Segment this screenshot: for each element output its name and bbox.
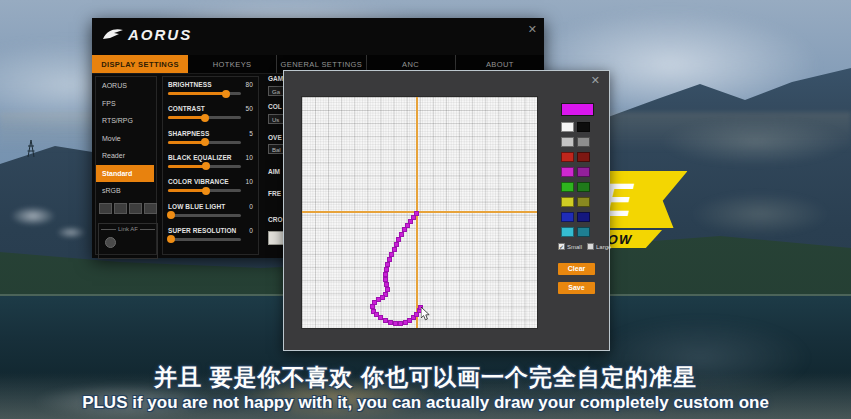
- slider-value: 10: [246, 178, 253, 185]
- subtitle-chinese: 并且 要是你不喜欢 你也可以画一个完全自定的准星: [0, 362, 851, 393]
- sidebar-item-movie[interactable]: Movie: [96, 130, 156, 148]
- mountain-scree: [690, 192, 830, 236]
- slider-track[interactable]: [168, 116, 241, 119]
- color-palette: [561, 122, 590, 237]
- slider-thumb[interactable]: [222, 90, 230, 98]
- tool-icon-1[interactable]: [99, 203, 112, 214]
- sidebar-item-standard[interactable]: Standard: [96, 165, 154, 183]
- slider-track[interactable]: [168, 238, 241, 241]
- slider-label: COLOR VIBRANCE: [168, 178, 229, 185]
- slider-label: BLACK EQUALIZER: [168, 154, 232, 161]
- slider-black-equalizer: BLACK EQUALIZER10: [168, 154, 253, 168]
- link-af-toggle[interactable]: [105, 237, 116, 248]
- aorus-logo: AORUS: [102, 26, 192, 43]
- sidebar-item-rts-rpg[interactable]: RTS/RPG: [96, 112, 156, 130]
- palette-color-swatch[interactable]: [561, 227, 574, 237]
- palette-color-swatch[interactable]: [577, 182, 590, 192]
- tool-icon-3[interactable]: [129, 203, 142, 214]
- divider: [140, 229, 155, 230]
- divider: [101, 229, 116, 230]
- slider-track[interactable]: [168, 214, 241, 217]
- slider-track[interactable]: [168, 141, 241, 144]
- palette-color-swatch[interactable]: [577, 212, 590, 222]
- palette-color-swatch[interactable]: [561, 137, 574, 147]
- palette-color-swatch[interactable]: [561, 212, 574, 222]
- palette-color-swatch[interactable]: [577, 197, 590, 207]
- sidebar-item-aorus[interactable]: AORUS: [96, 77, 156, 95]
- palette-color-swatch[interactable]: [561, 167, 574, 177]
- slider-track[interactable]: [168, 189, 241, 192]
- slider-fill: [168, 189, 206, 192]
- sidebar-item-reader[interactable]: Reader: [96, 147, 156, 165]
- palette-color-swatch[interactable]: [577, 227, 590, 237]
- slider-value: 10: [246, 154, 253, 161]
- palette-color-swatch[interactable]: [561, 197, 574, 207]
- setting-label-col: COL: [268, 103, 282, 110]
- slider-value: 5: [249, 130, 253, 137]
- close-icon[interactable]: ✕: [528, 23, 537, 36]
- sidebar-item-fps[interactable]: FPS: [96, 95, 156, 113]
- slider-panel: BRIGHTNESS80CONTRAST50SHARPNESS5BLACK EQ…: [162, 76, 259, 255]
- save-button[interactable]: Save: [558, 282, 595, 294]
- size-option-label: Large: [596, 244, 611, 250]
- clear-button[interactable]: Clear: [558, 263, 595, 275]
- subtitle-english: PLUS if you are not happy with it, you c…: [0, 393, 851, 413]
- mountain-scree: [660, 118, 851, 166]
- slider-thumb[interactable]: [201, 138, 209, 146]
- checkbox-unchecked-icon[interactable]: [587, 243, 594, 250]
- size-option-small: ✓Small: [558, 243, 582, 250]
- preset-sidebar: AORUSFPSRTS/RPGMovieReaderStandardsRGB L…: [95, 76, 157, 255]
- close-icon[interactable]: ✕: [591, 74, 600, 87]
- slider-thumb[interactable]: [202, 162, 210, 170]
- palette-color-swatch[interactable]: [577, 167, 590, 177]
- palette-color-swatch[interactable]: [561, 122, 574, 132]
- checkbox-checked-icon[interactable]: ✓: [558, 243, 565, 250]
- palette-color-swatch[interactable]: [561, 152, 574, 162]
- falcon-icon: [102, 28, 124, 42]
- link-af-label: Link AF: [118, 226, 138, 232]
- slider-value: 0: [249, 203, 253, 210]
- tool-icon-2[interactable]: [114, 203, 127, 214]
- snow-patch: [10, 206, 56, 226]
- slider-sharpness: SHARPNESS5: [168, 130, 253, 144]
- sidebar-item-srgb[interactable]: sRGB: [96, 182, 156, 200]
- slider-fill: [168, 92, 226, 95]
- palette-color-swatch[interactable]: [561, 182, 574, 192]
- slider-low-blue-light: LOW BLUE LIGHT0: [168, 203, 253, 217]
- setting-label-cro: CRO: [268, 216, 282, 223]
- horizontal-guide-line: [302, 211, 537, 213]
- link-af-box: Link AF: [98, 223, 158, 259]
- slider-fill: [168, 141, 205, 144]
- crosshair-canvas[interactable]: [301, 96, 538, 329]
- preset-list: AORUSFPSRTS/RPGMovieReaderStandardsRGB: [96, 77, 156, 200]
- slider-track[interactable]: [168, 165, 241, 168]
- slider-thumb[interactable]: [201, 114, 209, 122]
- slider-thumb[interactable]: [167, 235, 175, 243]
- setting-label-aim: AIM: [268, 168, 280, 175]
- logo-text: AORUS: [128, 26, 192, 43]
- size-option-large: Large: [587, 243, 611, 250]
- slider-thumb[interactable]: [202, 187, 210, 195]
- slider-track[interactable]: [168, 92, 241, 95]
- snow-patch: [56, 226, 86, 239]
- slider-label: CONTRAST: [168, 105, 205, 112]
- slider-head: BLACK EQUALIZER10: [168, 154, 253, 161]
- preset-tool-row: [99, 203, 157, 214]
- palette-color-swatch[interactable]: [577, 152, 590, 162]
- palette-color-swatch[interactable]: [577, 122, 590, 132]
- slider-super-resolution: SUPER RESOLUTION0: [168, 227, 253, 241]
- slider-label: SUPER RESOLUTION: [168, 227, 236, 234]
- slider-label: LOW BLUE LIGHT: [168, 203, 225, 210]
- tab-display-settings[interactable]: DISPLAY SETTINGS: [92, 55, 188, 73]
- slider-head: CONTRAST50: [168, 105, 253, 112]
- tool-icon-4[interactable]: [144, 203, 157, 214]
- slider-thumb[interactable]: [167, 211, 175, 219]
- slider-head: SHARPNESS5: [168, 130, 253, 137]
- tab-hotkeys[interactable]: HOTKEYS: [188, 55, 276, 73]
- crosshair-editor-window: ✕ ✓SmallLarge Clear Save: [283, 70, 610, 351]
- slider-brightness: BRIGHTNESS80: [168, 81, 253, 95]
- slider-fill: [168, 165, 206, 168]
- pen-size-options: ✓SmallLarge: [558, 243, 611, 250]
- palette-color-swatch[interactable]: [577, 137, 590, 147]
- link-af-header: Link AF: [101, 226, 155, 232]
